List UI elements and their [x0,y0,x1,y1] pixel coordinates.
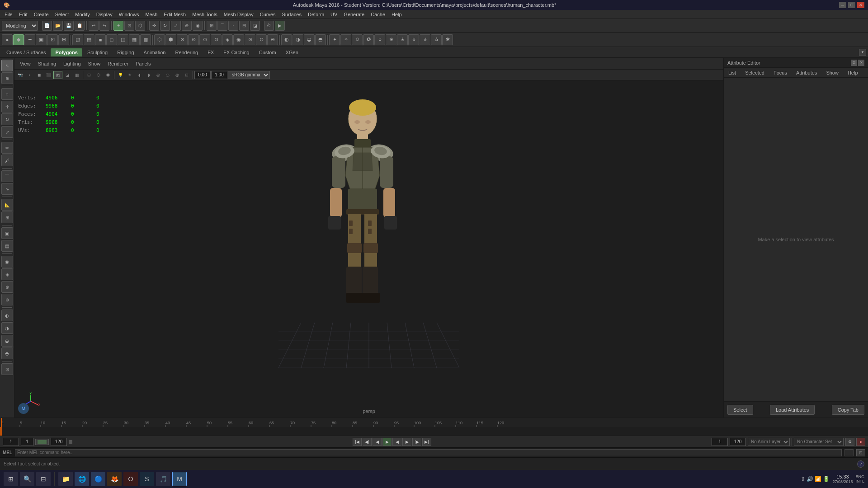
manip3-btn[interactable]: ◒ [304,34,315,45]
minimize-button[interactable]: ─ [839,2,846,8]
poly4-btn[interactable]: ⊘ [188,34,199,45]
cmd-result-area[interactable] [844,449,854,456]
vp-mode1-btn[interactable]: ▪ [25,71,34,79]
start-button[interactable]: ⊞ [4,472,18,486]
tab-polygons[interactable]: Polygons [51,48,82,56]
select-tool-left-btn[interactable]: ↖ [1,60,13,71]
scale-left-btn[interactable]: ⤢ [1,126,13,138]
poly11-btn[interactable]: ⊝ [267,34,278,45]
tab-rigging[interactable]: Rigging [113,48,138,56]
tab-sculpting[interactable]: Sculpting [83,48,112,56]
extra-left1-btn[interactable]: ◉ [1,256,13,267]
shading7-btn[interactable]: ▩ [140,34,151,45]
select-tool-btn[interactable]: ✦ [113,21,123,31]
open-file-btn[interactable]: 📂 [53,21,63,31]
poly10-btn[interactable]: ⊜ [256,34,267,45]
vp-mode4-btn[interactable]: ◩ [53,71,62,79]
steam-btn[interactable]: S [140,472,154,486]
range-end-input[interactable] [51,438,67,446]
shelf-menu-btn[interactable]: ▼ [859,49,866,56]
tab-curves-surfaces[interactable]: Curves / Surfaces [2,48,50,56]
vertex-mode-btn[interactable]: ◆ [13,34,24,45]
menu-generate[interactable]: Generate [341,11,367,18]
scale-tool-btn[interactable]: ⤢ [171,21,181,31]
redo-btn[interactable]: ↪ [99,21,109,31]
start-frame-input[interactable] [21,438,33,446]
vp-mode5-btn[interactable]: ◪ [63,71,72,79]
poly9-btn[interactable]: ⊛ [245,34,255,45]
command-input[interactable] [15,449,842,456]
auto-key-btn[interactable]: ● [856,438,865,446]
face-mode-btn[interactable]: ▣ [36,34,47,45]
paint-select-left-btn[interactable]: ⊕ [1,72,13,84]
extra-left5-btn[interactable]: ◐ [1,310,13,321]
next-keyframe-btn[interactable]: |▶ [412,438,421,446]
task-view-btn[interactable]: ⊟ [36,472,51,486]
subdiv-btn[interactable]: ⬢ [104,71,113,79]
extra10-btn[interactable]: ✰ [431,34,442,45]
extra-left2-btn[interactable]: ◈ [1,268,13,280]
misc-left1-btn[interactable]: ⊡ [1,363,13,375]
panels-menu[interactable]: Panels [133,60,154,67]
copy-tab-btn[interactable]: Copy Tab [832,405,864,415]
menu-edit-mesh[interactable]: Edit Mesh [161,11,189,18]
manip1-btn[interactable]: ◐ [281,34,292,45]
attr-tab-attributes[interactable]: Attributes [793,69,820,76]
hud-btn[interactable]: ⊡ [182,71,191,79]
extra9-btn[interactable]: ✯ [420,34,430,45]
cam-btn[interactable]: 📷 [15,71,24,79]
gamma-dropdown[interactable]: sRGB gamma [228,71,270,79]
current-frame-input[interactable] [3,438,19,446]
menu-select[interactable]: Select [52,11,72,18]
menu-edit[interactable]: Edit [16,11,30,18]
play-forward-btn[interactable]: ▶ [382,438,392,446]
cmd-script-editor-btn[interactable]: ⊡ [856,449,865,456]
paint-left-btn[interactable]: 🖌 [1,155,13,166]
timeline-bar[interactable] [0,427,868,436]
paint-select-btn[interactable]: ⬡ [135,21,145,31]
light2-btn[interactable]: ☀ [125,71,134,79]
vp-mode2-btn[interactable]: ◼ [34,71,43,79]
shading4-btn[interactable]: □ [106,34,117,45]
menu-uv[interactable]: UV [328,11,340,18]
undo-btn[interactable]: ↩ [89,21,99,31]
maximize-button[interactable]: □ [848,2,855,8]
curve-left-btn[interactable]: ⌒ [1,170,13,182]
playback-end-input[interactable] [730,438,746,446]
extra2-btn[interactable]: ✧ [340,34,351,45]
exposure-input[interactable] [194,71,211,79]
extra-left8-btn[interactable]: ◓ [1,347,13,359]
poly5-btn[interactable]: ⊙ [199,34,210,45]
new-file-btn[interactable]: 📄 [42,21,52,31]
menu-create[interactable]: Create [31,11,52,18]
extra-left6-btn[interactable]: ◑ [1,322,13,334]
ep-curve-btn[interactable]: ∿ [1,183,13,195]
shadow-btn[interactable]: ◖ [135,71,144,79]
menu-deform[interactable]: Deform [305,11,327,18]
snap-curve-btn[interactable]: ⌒ [217,21,227,31]
grid-left-btn[interactable]: ⊞ [1,211,13,223]
poly8-btn[interactable]: ◉ [233,34,244,45]
shading2-btn[interactable]: ▤ [84,34,94,45]
extra4-btn[interactable]: ✪ [363,34,374,45]
shading1-btn[interactable]: ▧ [72,34,83,45]
opera-btn[interactable]: O [123,472,138,486]
menu-surfaces[interactable]: Surfaces [279,11,304,18]
edge-mode-btn[interactable]: ━ [24,34,35,45]
gamma-input[interactable] [211,71,227,79]
select-btn[interactable]: Select [727,405,753,415]
extra-left3-btn[interactable]: ⊛ [1,281,13,293]
sculpt-left-btn[interactable]: ✏ [1,142,13,154]
snap-view-btn[interactable]: ⊟ [239,21,249,31]
menu-display[interactable]: Display [94,11,115,18]
rotate-left-btn[interactable]: ↻ [1,113,13,125]
menu-cache[interactable]: Cache [368,11,388,18]
poly6-btn[interactable]: ⊚ [211,34,222,45]
extra1-btn[interactable]: ✦ [329,34,340,45]
load-attributes-btn[interactable]: Load Attributes [770,405,815,415]
menu-mesh-tools[interactable]: Mesh Tools [189,11,220,18]
prev-frame-btn[interactable]: ◀ [373,438,382,446]
shading5-btn[interactable]: ◫ [118,34,128,45]
extra11-btn[interactable]: ✱ [442,34,453,45]
anim-layer-dropdown[interactable]: No Anim Layer [748,438,790,446]
